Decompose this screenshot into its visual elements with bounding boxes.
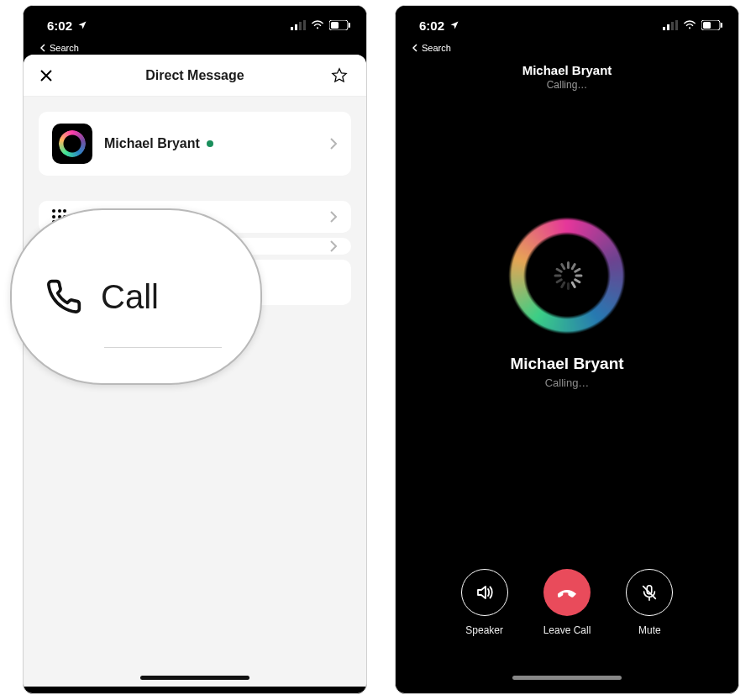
svg-rect-10 xyxy=(671,22,674,30)
status-bar: 6:02 xyxy=(24,6,366,43)
status-time: 6:02 xyxy=(47,18,72,33)
back-to-search[interactable]: Search xyxy=(396,43,738,55)
battery-icon xyxy=(701,20,723,30)
page-title: Direct Message xyxy=(145,68,244,83)
chevron-right-icon xyxy=(329,138,338,150)
speaker-label: Speaker xyxy=(465,624,503,636)
call-top: Michael Bryant Calling… xyxy=(522,63,612,91)
presence-indicator-icon xyxy=(207,140,213,147)
location-arrow-icon xyxy=(77,20,87,30)
avatar-ring-icon xyxy=(59,130,86,157)
close-button[interactable] xyxy=(39,68,59,83)
chevron-right-icon xyxy=(329,211,338,223)
contact-name: Michael Bryant xyxy=(104,136,213,151)
svg-rect-6 xyxy=(331,22,339,29)
callee-name-top: Michael Bryant xyxy=(522,63,612,77)
status-time: 6:02 xyxy=(419,18,444,33)
svg-rect-8 xyxy=(663,27,665,30)
svg-rect-7 xyxy=(349,23,350,28)
signal-icon xyxy=(291,20,306,30)
status-bar: 6:02 xyxy=(396,6,738,43)
call-mid: Michael Bryant Calling… xyxy=(510,355,623,389)
call-screen: Michael Bryant Calling… Michael Bryant C… xyxy=(396,55,738,687)
svg-rect-11 xyxy=(675,20,678,30)
svg-rect-14 xyxy=(703,22,711,29)
hangup-icon xyxy=(555,581,579,604)
call-status-top: Calling… xyxy=(522,79,612,91)
favorite-button[interactable] xyxy=(331,67,351,84)
speaker-button[interactable]: Speaker xyxy=(461,569,508,636)
avatar-large xyxy=(508,217,626,334)
chevron-left-icon xyxy=(40,44,46,52)
phone-icon xyxy=(45,278,82,315)
back-to-search[interactable]: Search xyxy=(24,43,366,55)
contact-card[interactable]: Michael Bryant xyxy=(39,112,351,176)
leave-call-button[interactable]: Leave Call xyxy=(543,569,591,636)
chevron-left-icon xyxy=(412,44,418,52)
mute-button[interactable]: Mute xyxy=(626,569,673,636)
call-status-mid: Calling… xyxy=(510,376,623,389)
mute-label: Mute xyxy=(638,624,661,636)
call-button-row: Speaker Leave Call Mute xyxy=(396,569,738,636)
svg-rect-2 xyxy=(299,22,302,30)
spinner-icon xyxy=(554,262,580,289)
back-label: Search xyxy=(422,43,451,53)
avatar xyxy=(52,124,92,164)
svg-rect-1 xyxy=(295,24,297,30)
mute-icon xyxy=(640,583,659,602)
speaker-icon xyxy=(475,582,495,603)
star-icon xyxy=(331,67,348,84)
svg-rect-3 xyxy=(303,20,306,30)
call-callout: Call xyxy=(10,208,262,385)
chevron-right-icon xyxy=(329,240,338,252)
home-indicator[interactable] xyxy=(140,676,249,680)
wifi-icon xyxy=(683,20,696,30)
home-indicator[interactable] xyxy=(512,676,622,680)
battery-icon xyxy=(329,20,351,30)
leave-label: Leave Call xyxy=(543,624,591,636)
signal-icon xyxy=(663,20,678,30)
svg-point-12 xyxy=(689,27,690,29)
divider xyxy=(104,347,222,348)
contact-name-text: Michael Bryant xyxy=(104,136,200,151)
svg-rect-0 xyxy=(291,27,293,30)
back-label: Search xyxy=(50,43,79,53)
call-label[interactable]: Call xyxy=(101,278,159,316)
dm-header: Direct Message xyxy=(24,55,366,97)
wifi-icon xyxy=(311,20,324,30)
svg-point-4 xyxy=(317,27,318,29)
svg-rect-9 xyxy=(667,24,669,30)
phone-right: 6:02 Search Michael Bryant Calling… xyxy=(395,5,739,694)
location-arrow-icon xyxy=(449,20,459,30)
callee-name-mid: Michael Bryant xyxy=(510,355,623,373)
close-icon xyxy=(39,68,54,83)
svg-rect-15 xyxy=(721,23,722,28)
